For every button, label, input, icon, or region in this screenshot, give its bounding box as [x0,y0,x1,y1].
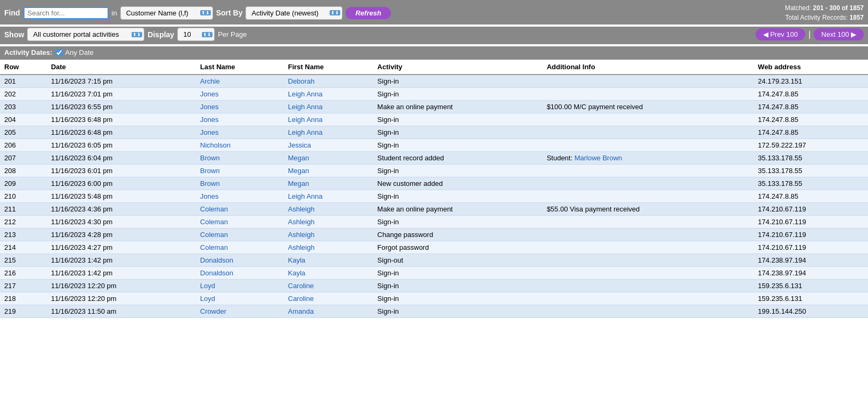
table-row: 20411/16/2023 6:48 pmJonesLeigh AnnaSign… [0,113,868,126]
sort-select[interactable]: Activity Date (newest) [245,6,342,20]
first-name-link[interactable]: Kayla [288,256,306,264]
cell-first-name: Leigh Anna [284,126,373,139]
cell-last-name: Nicholson [196,139,284,152]
refresh-button[interactable]: Refresh [346,7,390,19]
last-name-link[interactable]: Nicholson [200,141,231,149]
cell-web-address: 174.247.8.85 [754,101,868,113]
search-input[interactable] [23,7,109,19]
cell-row: 216 [0,267,47,280]
cell-row: 217 [0,280,47,292]
cell-web-address: 174.238.97.194 [754,254,868,267]
last-name-link[interactable]: Brown [200,179,220,187]
first-name-link[interactable]: Leigh Anna [288,192,323,200]
last-name-link[interactable]: Coleman [200,243,228,251]
per-page-select[interactable]: 100 [177,28,215,41]
cell-row: 201 [0,75,47,88]
cell-additional-info [543,177,754,190]
cell-first-name: Leigh Anna [284,190,373,203]
cell-first-name: Megan [284,152,373,165]
in-label: in [112,9,117,17]
show-select[interactable]: All customer portal activities [27,28,144,41]
last-name-link[interactable]: Coleman [200,231,228,239]
cell-first-name: Caroline [284,292,373,305]
first-name-link[interactable]: Kayla [288,269,306,277]
cell-row: 210 [0,190,47,203]
first-name-link[interactable]: Leigh Anna [288,90,323,98]
any-date-checkbox-label[interactable]: Any Date [55,48,93,56]
col-last-name: Last Name [196,60,284,75]
cell-first-name: Amanda [284,305,373,318]
last-name-link[interactable]: Jones [200,128,219,136]
table-row: 21111/16/2023 4:36 pmColemanAshleighMake… [0,203,868,216]
first-name-link[interactable]: Megan [288,154,309,162]
cell-date: 11/16/2023 6:04 pm [47,152,196,165]
nav-separator: | [808,30,810,39]
cell-last-name: Coleman [196,203,284,216]
cell-activity: Sign-in [373,165,543,177]
last-name-link[interactable]: Archie [200,77,220,85]
prev-button[interactable]: ◀ Prev 100 [756,28,806,40]
first-name-link[interactable]: Ashleigh [288,243,315,251]
next-button[interactable]: Next 100 ▶ [814,28,864,40]
cell-first-name: Ashleigh [284,229,373,241]
col-activity: Activity [373,60,543,75]
cell-web-address: 172.59.222.197 [754,139,868,152]
nav-buttons: ◀ Prev 100 | Next 100 ▶ [756,28,864,40]
cell-first-name: Leigh Anna [284,88,373,101]
cell-date: 11/16/2023 6:55 pm [47,101,196,113]
last-name-link[interactable]: Brown [200,154,220,162]
cell-web-address: 24.179.23.151 [754,75,868,88]
cell-row: 204 [0,113,47,126]
total-records: 1857 [849,14,864,21]
last-name-link[interactable]: Brown [200,167,220,175]
first-name-link[interactable]: Leigh Anna [288,116,323,124]
table-row: 20911/16/2023 6:00 pmBrownMeganNew custo… [0,177,868,190]
toolbar: Find in Customer Name (l,f) Sort By Acti… [0,0,868,60]
first-name-link[interactable]: Caroline [288,282,314,290]
first-name-link[interactable]: Ashleigh [288,205,315,213]
cell-additional-info [543,216,754,229]
cell-additional-info: $55.00 Visa payment received [543,203,754,216]
cell-activity: Sign-in [373,292,543,305]
cell-web-address: 174.210.67.119 [754,216,868,229]
cell-activity: Sign-in [373,305,543,318]
last-name-link[interactable]: Donaldson [200,269,233,277]
last-name-link[interactable]: Coleman [200,205,228,213]
last-name-link[interactable]: Loyd [200,282,215,290]
first-name-link[interactable]: Deborah [288,77,315,85]
last-name-link[interactable]: Loyd [200,295,215,303]
first-name-link[interactable]: Ashleigh [288,231,315,239]
table-row: 21411/16/2023 4:27 pmColemanAshleighForg… [0,241,868,254]
cell-first-name: Deborah [284,75,373,88]
per-page-select-wrap: 100 [177,28,215,41]
first-name-link[interactable]: Megan [288,179,309,187]
first-name-link[interactable]: Leigh Anna [288,103,323,111]
last-name-link[interactable]: Donaldson [200,256,233,264]
first-name-link[interactable]: Jessica [288,141,311,149]
cell-last-name: Brown [196,177,284,190]
last-name-link[interactable]: Jones [200,116,219,124]
cell-first-name: Ashleigh [284,241,373,254]
first-name-link[interactable]: Leigh Anna [288,128,323,136]
cell-first-name: Jessica [284,139,373,152]
first-name-link[interactable]: Ashleigh [288,218,315,226]
last-name-link[interactable]: Jones [200,192,219,200]
cell-date: 11/16/2023 4:27 pm [47,241,196,254]
last-name-link[interactable]: Jones [200,103,219,111]
last-name-link[interactable]: Jones [200,90,219,98]
cell-row: 209 [0,177,47,190]
cell-last-name: Donaldson [196,254,284,267]
first-name-link[interactable]: Amanda [288,307,314,315]
last-name-link[interactable]: Crowder [200,307,226,315]
last-name-link[interactable]: Coleman [200,218,228,226]
info-link[interactable]: Marlowe Brown [575,154,623,162]
first-name-link[interactable]: Caroline [288,295,314,303]
cell-first-name: Caroline [284,280,373,292]
cell-row: 205 [0,126,47,139]
first-name-link[interactable]: Megan [288,167,309,175]
cell-web-address: 199.15.144.250 [754,305,868,318]
table-row: 21011/16/2023 5:48 pmJonesLeigh AnnaSign… [0,190,868,203]
any-date-checkbox[interactable] [55,49,63,56]
customer-name-select[interactable]: Customer Name (l,f) [120,6,213,20]
cell-web-address: 174.210.67.119 [754,229,868,241]
